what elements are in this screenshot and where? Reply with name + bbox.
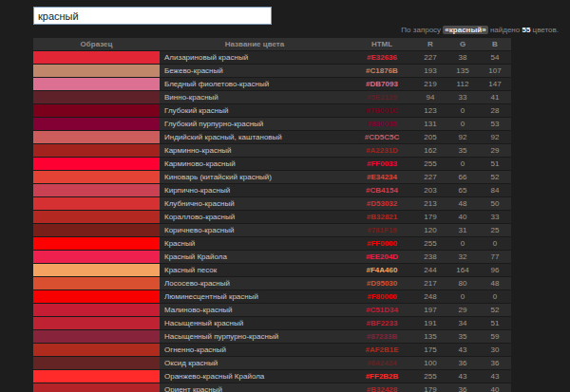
color-table-body: Ализариновый красный #E32636 227 38 54 Б… — [33, 50, 511, 392]
table-row[interactable]: Глубокий красный #7B001C 123 0 28 — [33, 103, 511, 117]
table-row[interactable]: Огненно-красный #AF2B1E 175 43 30 — [33, 343, 511, 356]
color-swatch — [33, 370, 160, 383]
color-g: 0 — [446, 236, 479, 250]
color-b: 33 — [479, 210, 511, 223]
swatch-cell — [33, 369, 160, 383]
color-hex: #D95030 — [350, 276, 414, 289]
color-name: Индийский красный, каштановый — [160, 130, 350, 143]
table-row[interactable]: Бледный фиолетово-красный #DB7093 219 11… — [33, 77, 511, 90]
color-b: 84 — [479, 183, 511, 196]
color-r: 203 — [414, 183, 446, 196]
color-swatch — [33, 104, 160, 117]
color-hex: #5E2129 — [350, 90, 414, 103]
table-row[interactable]: Карминно-красный #A2231D 162 35 29 — [33, 143, 511, 157]
color-hex: #D53032 — [350, 196, 414, 210]
table-row[interactable]: Индийский красный, каштановый #CD5C5C 20… — [33, 130, 511, 143]
table-row[interactable]: Клубнично-красный #D53032 213 48 50 — [33, 196, 511, 210]
table-row[interactable]: Красный песок #F4A460 244 164 96 — [33, 263, 511, 276]
color-r: 131 — [414, 117, 446, 130]
swatch-cell — [33, 383, 160, 392]
table-row[interactable]: Карминово-красный #FF0033 255 0 51 — [33, 157, 511, 170]
table-row[interactable]: Киноварь (китайский красный) #E34234 227… — [33, 170, 511, 183]
table-row[interactable]: Оранжево-красный Крайола #FF2B2B 255 43 … — [33, 369, 511, 383]
table-row[interactable]: Бежево-красный #C1876B 193 135 107 — [33, 64, 511, 77]
color-g: 135 — [446, 64, 479, 77]
color-swatch — [33, 171, 160, 183]
color-b: 51 — [479, 157, 511, 170]
color-name: Клубнично-красный — [160, 196, 350, 210]
header-b: B — [479, 38, 511, 50]
table-row[interactable]: Красный #FF0000 255 0 0 — [33, 236, 511, 250]
swatch-cell — [33, 263, 160, 276]
color-name: Кораллово-красный — [160, 210, 350, 223]
color-g: 36 — [446, 356, 479, 369]
color-g: 34 — [446, 316, 479, 329]
swatch-cell — [33, 276, 160, 289]
color-g: 112 — [446, 77, 479, 90]
swatch-cell — [33, 329, 160, 343]
color-r: 120 — [414, 223, 446, 236]
color-hex: #A2231D — [350, 143, 414, 157]
table-row[interactable]: Ориент красный #B32428 179 36 40 — [33, 383, 511, 392]
color-b: 96 — [479, 263, 511, 276]
color-hex: #CB4154 — [350, 183, 414, 196]
swatch-cell — [33, 343, 160, 356]
color-b: 50 — [479, 196, 511, 210]
table-row[interactable]: Оксид красный #642424 100 36 36 — [33, 356, 511, 369]
table-row[interactable]: Кирпично-красный #CB4154 203 65 84 — [33, 183, 511, 196]
table-row[interactable]: Коричнево-красный #781F19 120 31 25 — [33, 223, 511, 236]
search-input[interactable] — [33, 7, 272, 25]
table-row[interactable]: Ализариновый красный #E32636 227 38 54 — [33, 50, 511, 64]
color-r: 135 — [414, 329, 446, 343]
color-swatch — [33, 290, 160, 303]
color-g: 164 — [446, 263, 479, 276]
swatch-cell — [33, 90, 160, 103]
color-b: 0 — [479, 289, 511, 303]
color-r: 94 — [414, 90, 446, 103]
color-hex: #C1876B — [350, 64, 414, 77]
color-name: Бежево-красный — [160, 64, 350, 77]
color-swatch — [33, 131, 160, 143]
table-row[interactable]: Малиново-красный #C51D34 197 29 52 — [33, 303, 511, 316]
table-row[interactable]: Красный Крайола #EE204D 238 32 77 — [33, 250, 511, 263]
color-b: 25 — [479, 223, 511, 236]
swatch-cell — [33, 77, 160, 90]
color-r: 193 — [414, 64, 446, 77]
swatch-cell — [33, 183, 160, 196]
color-r: 205 — [414, 130, 446, 143]
color-hex: #CD5C5C — [350, 130, 414, 143]
color-name: Оксид красный — [160, 356, 350, 369]
color-hex: #DB7093 — [350, 77, 414, 90]
table-row[interactable]: Люминесцентный красный #F80000 248 0 0 — [33, 289, 511, 303]
table-row[interactable]: Кораллово-красный #B32821 179 40 33 — [33, 210, 511, 223]
table-row[interactable]: Винно-красный #5E2129 94 33 41 — [33, 90, 511, 103]
table-row[interactable]: Глубокий пурпурно-красный #830035 131 0 … — [33, 117, 511, 130]
color-swatch — [33, 264, 160, 276]
color-hex: #E32636 — [350, 50, 414, 64]
color-swatch — [33, 197, 160, 210]
color-g: 66 — [446, 170, 479, 183]
color-hex: #FF2B2B — [350, 369, 414, 383]
color-name: Люминесцентный красный — [160, 289, 350, 303]
color-name: Насыщенный пурпурно-красный — [160, 329, 350, 343]
color-b: 52 — [479, 303, 511, 316]
color-g: 65 — [446, 183, 479, 196]
color-g: 43 — [446, 343, 479, 356]
color-swatch — [33, 383, 160, 392]
swatch-cell — [33, 236, 160, 250]
swatch-cell — [33, 143, 160, 157]
color-swatch — [33, 251, 160, 263]
color-name: Красный песок — [160, 263, 350, 276]
color-hex: #642424 — [350, 356, 414, 369]
color-r: 100 — [414, 356, 446, 369]
table-row[interactable]: Насыщенный красный #BF2233 191 34 51 — [33, 316, 511, 329]
table-row[interactable]: Насыщенный пурпурно-красный #87233B 135 … — [33, 329, 511, 343]
color-g: 36 — [446, 383, 479, 392]
color-swatch — [33, 211, 160, 223]
table-row[interactable]: Лососево-красный #D95030 217 80 48 — [33, 276, 511, 289]
swatch-cell — [33, 117, 160, 130]
color-hex: #7B001C — [350, 103, 414, 117]
color-r: 175 — [414, 343, 446, 356]
swatch-cell — [33, 196, 160, 210]
swatch-cell — [33, 289, 160, 303]
